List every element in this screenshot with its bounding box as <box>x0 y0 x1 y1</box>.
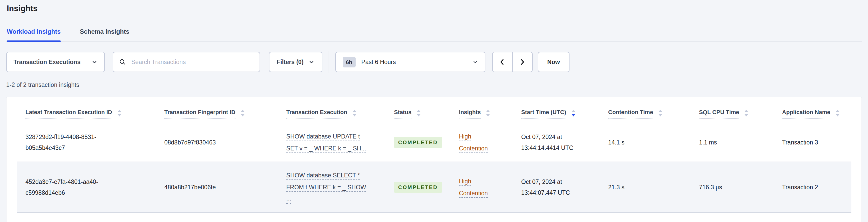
view-type-dropdown[interactable]: Transaction Executions <box>6 52 105 72</box>
chevron-left-icon <box>499 58 506 66</box>
cell-contention-time: 14.1 s <box>599 123 690 162</box>
column-label-start_time: Start Time (UTC) <box>521 109 566 119</box>
sort-icon[interactable] <box>486 110 490 117</box>
transaction-execution-link[interactable]: SHOW database SELECT * <box>286 169 360 181</box>
cell-start-time: Oct 07, 2024 at13:44:07.447 UTC <box>513 162 599 213</box>
cell-transaction-execution: SHOW database SELECT *FROM t WHERE k = _… <box>278 162 385 213</box>
cell-fingerprint-id: 480a8b217be006fe <box>156 162 278 213</box>
sort-icon[interactable] <box>744 110 748 117</box>
tab-schema-insights[interactable]: Schema Insights <box>80 28 129 41</box>
insights-table-card: Latest Transaction Execution IDTransacti… <box>6 97 862 222</box>
filters-dropdown[interactable]: Filters (0) <box>269 52 322 72</box>
sort-icon[interactable] <box>658 110 662 117</box>
column-header-application_name[interactable]: Application Name <box>774 97 851 123</box>
sort-desc-arrow-icon <box>571 114 576 117</box>
latest-execution-id-text: b05a5b4e43c7 <box>25 142 115 153</box>
sort-asc-arrow-icon <box>836 110 840 112</box>
start-time-text: Oct 07, 2024 at <box>521 131 597 142</box>
sort-icon[interactable] <box>241 110 245 117</box>
column-header-fingerprint_id[interactable]: Transaction Fingerprint ID <box>156 97 278 123</box>
cell-status: COMPLETED <box>385 162 451 213</box>
search-icon <box>119 58 126 66</box>
sort-desc-arrow-icon <box>416 114 421 117</box>
column-header-execution[interactable]: Transaction Execution <box>278 97 385 123</box>
status-badge: COMPLETED <box>394 137 442 148</box>
column-header-start_time[interactable]: Start Time (UTC) <box>513 97 599 123</box>
insight-high-contention-link[interactable]: High Contention <box>459 130 495 154</box>
chevron-down-icon <box>91 59 98 65</box>
cell-sql-cpu-time: 1.1 ms <box>690 123 774 162</box>
column-header-status[interactable]: Status <box>385 97 451 123</box>
cell-fingerprint-id: 08d8b7d97f830463 <box>156 123 278 162</box>
search-input[interactable] <box>131 58 254 66</box>
next-time-range-button[interactable] <box>512 52 533 72</box>
sort-asc-arrow-icon <box>416 110 421 112</box>
time-range-label: Past 6 Hours <box>361 59 466 66</box>
column-label-fingerprint_id: Transaction Fingerprint ID <box>164 109 236 119</box>
sql-cpu-time-text: 1.1 ms <box>699 139 717 146</box>
cell-status: COMPLETED <box>385 123 451 162</box>
column-label-sql_cpu_time: SQL CPU Time <box>699 109 739 119</box>
sort-icon[interactable] <box>352 110 356 117</box>
transaction-execution-link[interactable]: FROM t WHERE k = _ SHOW <box>286 181 366 193</box>
latest-execution-id-text: 328729d2-ff19-4408-8531- <box>25 131 115 142</box>
column-header-sql_cpu_time[interactable]: SQL CPU Time <box>690 97 774 123</box>
transaction-execution-link[interactable]: SHOW database UPDATE t <box>286 130 360 142</box>
cell-insights: High Contention <box>451 162 513 213</box>
column-label-execution: Transaction Execution <box>286 109 347 119</box>
insights-page: Insights Workload Insights Schema Insigh… <box>0 4 868 222</box>
transaction-execution-link[interactable]: SET v = _ WHERE k = _ SH... <box>286 142 366 154</box>
sql-cpu-time-text: 716.3 µs <box>699 184 722 191</box>
page-title: Insights <box>7 4 862 13</box>
cell-latest-execution-id: 328729d2-ff19-4408-8531-b05a5b4e43c7 <box>17 123 156 162</box>
sort-icon[interactable] <box>571 110 576 117</box>
now-button[interactable]: Now <box>538 52 569 72</box>
view-type-dropdown-label: Transaction Executions <box>13 59 81 66</box>
application-name-text: Transaction 3 <box>782 139 818 146</box>
contention-time-text: 21.3 s <box>608 184 624 191</box>
cell-sql-cpu-time: 716.3 µs <box>690 162 774 213</box>
fingerprint-id-text: 480a8b217be006fe <box>164 184 216 191</box>
start-time-text: 13:44:14.4414 UTC <box>521 142 597 153</box>
contention-time-text: 14.1 s <box>608 139 624 146</box>
sort-asc-arrow-icon <box>571 110 576 112</box>
table-row: 452da3e7-e7fa-4801-aa40-c59988d14eb6480a… <box>17 162 851 213</box>
transaction-execution-link[interactable]: ... <box>286 193 291 205</box>
insight-high-contention-link[interactable]: High Contention <box>459 175 495 199</box>
toolbar-divider <box>329 51 329 73</box>
results-summary: 1-2 of 2 transaction insights <box>6 82 862 89</box>
table-header-row: Latest Transaction Execution IDTransacti… <box>17 97 851 123</box>
tab-workload-insights[interactable]: Workload Insights <box>7 28 61 41</box>
tab-bar: Workload Insights Schema Insights <box>6 28 862 41</box>
cell-start-time: Oct 07, 2024 at13:44:14.4414 UTC <box>513 123 599 162</box>
sort-desc-arrow-icon <box>117 114 122 117</box>
cell-transaction-execution: SHOW database UPDATE tSET v = _ WHERE k … <box>278 123 385 162</box>
cell-application-name: Transaction 3 <box>774 123 851 162</box>
column-header-insights[interactable]: Insights <box>451 97 513 123</box>
transaction-insights-table: Latest Transaction Execution IDTransacti… <box>17 97 851 213</box>
sort-desc-arrow-icon <box>744 114 748 117</box>
sort-icon[interactable] <box>416 110 421 117</box>
sort-icon[interactable] <box>836 110 840 117</box>
now-button-label: Now <box>547 59 560 66</box>
sort-desc-arrow-icon <box>658 114 662 117</box>
time-pager <box>492 52 533 72</box>
column-header-contention_time[interactable]: Contention Time <box>599 97 690 123</box>
toolbar: Transaction Executions Filters (0) 6h Pa… <box>6 51 862 73</box>
start-time-text: 13:44:07.447 UTC <box>521 187 597 198</box>
start-time-text: Oct 07, 2024 at <box>521 177 597 187</box>
previous-time-range-button[interactable] <box>492 52 513 72</box>
sort-asc-arrow-icon <box>658 110 662 112</box>
sort-asc-arrow-icon <box>117 110 122 112</box>
cell-latest-execution-id: 452da3e7-e7fa-4801-aa40-c59988d14eb6 <box>17 162 156 213</box>
sort-asc-arrow-icon <box>744 110 748 112</box>
application-name-text: Transaction 2 <box>782 184 818 191</box>
sort-desc-arrow-icon <box>486 114 490 117</box>
time-range-picker[interactable]: 6h Past 6 Hours <box>335 52 486 72</box>
column-header-execution_id[interactable]: Latest Transaction Execution ID <box>17 97 156 123</box>
filters-dropdown-label: Filters (0) <box>277 59 304 66</box>
sort-icon[interactable] <box>117 110 122 117</box>
latest-execution-id-text: c59988d14eb6 <box>25 187 115 198</box>
table-body: 328729d2-ff19-4408-8531-b05a5b4e43c708d8… <box>17 123 851 213</box>
fingerprint-id-text: 08d8b7d97f830463 <box>164 139 216 146</box>
